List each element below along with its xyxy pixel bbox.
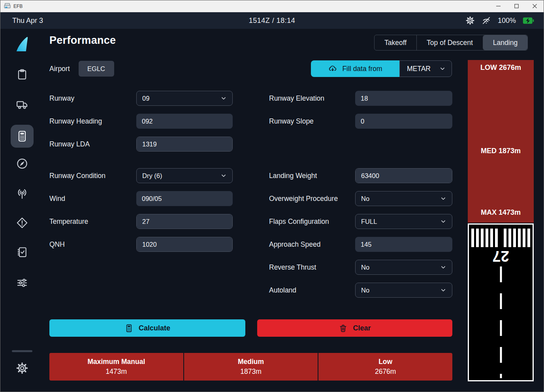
clipboard-icon <box>16 68 28 81</box>
airport-label: Airport <box>49 65 70 73</box>
calculator-icon <box>16 130 28 143</box>
sidebar-item-navigation[interactable] <box>16 158 28 170</box>
autobrake-med-label: MED 1873m <box>468 147 534 155</box>
airport-code-button[interactable]: EGLC <box>79 61 114 77</box>
calculate-button[interactable]: Calculate <box>49 319 245 337</box>
runway-heading-input[interactable] <box>136 114 233 129</box>
status-bar: Thu Apr 3 1514Z / 18:14 100% <box>0 12 544 29</box>
autoland-select[interactable]: No <box>355 283 452 298</box>
sidebar-item-ground-services[interactable] <box>16 98 28 111</box>
wind-label: Wind <box>49 195 136 203</box>
result-maximum-manual: Maximum Manual 1473m <box>49 353 183 381</box>
fill-data-button[interactable]: Fill data from <box>311 60 399 77</box>
sidebar-item-flightplan[interactable] <box>16 68 28 81</box>
chevron-down-icon <box>220 172 227 179</box>
form-row-approach-speed: Approach Speed <box>269 237 452 252</box>
wifi-off-icon[interactable] <box>482 16 491 25</box>
form-row-runway-condition: Runway Condition Dry (6) <box>49 168 233 183</box>
fill-source-value: METAR <box>407 65 431 73</box>
close-icon <box>533 4 537 8</box>
landing-weight-input[interactable] <box>356 169 452 183</box>
runway-centerline <box>500 266 502 378</box>
clear-label: Clear <box>353 324 371 332</box>
sidebar-item-checklist[interactable] <box>16 246 28 258</box>
maximize-button[interactable] <box>507 0 525 12</box>
runway-graphic: 27 <box>468 223 534 381</box>
trash-icon <box>339 324 348 333</box>
fill-data-label: Fill data from <box>342 65 382 73</box>
form-row-runway-lda: Runway LDA m <box>49 137 233 152</box>
qnh-label: QNH <box>49 240 136 249</box>
chevron-down-icon <box>440 195 447 202</box>
form-row-runway: Runway 09 <box>49 91 233 106</box>
titlebar: EFB <box>0 0 544 12</box>
runway-label: Runway <box>49 94 136 103</box>
runway-condition-select[interactable]: Dry (6) <box>136 168 233 183</box>
app-body: Performance Takeoff Top of Descent Landi… <box>0 29 544 392</box>
performance-tabs: Takeoff Top of Descent Landing <box>374 35 528 51</box>
reverse-thrust-select[interactable]: No <box>355 260 452 275</box>
runway-elevation-input[interactable] <box>355 91 452 106</box>
runway-condition-label: Runway Condition <box>49 172 136 180</box>
chevron-down-icon <box>440 287 447 294</box>
form-row-wind: Wind <box>49 191 233 206</box>
tab-top-of-descent[interactable]: Top of Descent <box>416 35 483 50</box>
form-row-overweight-procedure: Overweight Procedure No <box>269 191 452 206</box>
fill-source-select[interactable]: METAR <box>399 60 452 77</box>
runway-slope-label: Runway Slope <box>269 117 355 126</box>
qnh-input[interactable] <box>137 237 233 251</box>
tab-takeoff[interactable]: Takeoff <box>375 35 416 50</box>
result-low: Low 2676m <box>318 353 452 381</box>
sidebar-item-hazards[interactable] <box>16 217 28 229</box>
window-controls <box>489 0 544 12</box>
runway-slope-input[interactable] <box>355 114 452 129</box>
result-value: 1873m <box>240 368 262 376</box>
checklist-icon <box>16 246 28 258</box>
autobrake-distance-bar: LOW 2676m MED 1873m MAX 1473m <box>468 60 534 223</box>
autobrake-max-label: MAX 1473m <box>468 208 534 217</box>
close-button[interactable] <box>525 0 544 12</box>
chevron-down-icon <box>440 218 447 225</box>
sidebar-item-performance-active[interactable] <box>11 125 34 148</box>
landing-distance-results: Maximum Manual 1473m Medium 1873m Low 26… <box>49 353 452 381</box>
result-label: Low <box>378 358 392 366</box>
temperature-input[interactable] <box>137 214 233 229</box>
airport-row: Airport EGLC <box>49 60 114 77</box>
sidebar-item-settings[interactable] <box>16 362 29 375</box>
gear-icon[interactable] <box>465 16 475 25</box>
minimize-button[interactable] <box>489 0 507 12</box>
overweight-procedure-select[interactable]: No <box>355 191 452 206</box>
result-label: Maximum Manual <box>87 358 145 366</box>
flaps-configuration-label: Flaps Configuration <box>269 218 355 226</box>
overweight-procedure-value: No <box>361 195 369 203</box>
app-logo <box>15 36 29 53</box>
status-date: Thu Apr 3 <box>12 17 43 25</box>
sidebar-item-atc[interactable] <box>16 188 28 200</box>
approach-speed-input[interactable] <box>355 237 452 252</box>
chevron-down-icon <box>220 95 227 102</box>
runway-select[interactable]: 09 <box>136 91 233 106</box>
calculator-icon <box>124 324 134 333</box>
cloud-download-icon <box>328 64 337 73</box>
flaps-configuration-select[interactable]: FULL <box>355 214 452 229</box>
form-column-left: Runway 09 Runway Heading Runway LDA m <box>49 91 233 260</box>
efb-window: EFB Thu Apr 3 1514Z / 18:14 100% <box>0 0 544 392</box>
hazard-icon <box>16 217 28 229</box>
result-medium: Medium 1873m <box>184 353 318 381</box>
wind-input[interactable] <box>136 191 233 206</box>
runway-lda-input[interactable] <box>137 137 233 151</box>
autoland-label: Autoland <box>269 286 355 294</box>
approach-speed-label: Approach Speed <box>269 240 355 249</box>
runway-threshold-stripes <box>469 229 533 247</box>
app-icon <box>4 3 11 9</box>
minimize-icon <box>496 4 501 8</box>
gear-icon <box>16 362 29 375</box>
clear-button[interactable]: Clear <box>257 319 452 337</box>
form-column-right: Runway Elevation Runway Slope Landing We… <box>269 91 452 306</box>
result-value: 2676m <box>375 368 396 376</box>
maximize-icon <box>514 4 519 8</box>
sidebar-item-options[interactable] <box>16 277 28 289</box>
runway-elevation-label: Runway Elevation <box>269 94 355 103</box>
tab-landing[interactable]: Landing <box>483 35 527 50</box>
logo-icon <box>15 36 29 53</box>
